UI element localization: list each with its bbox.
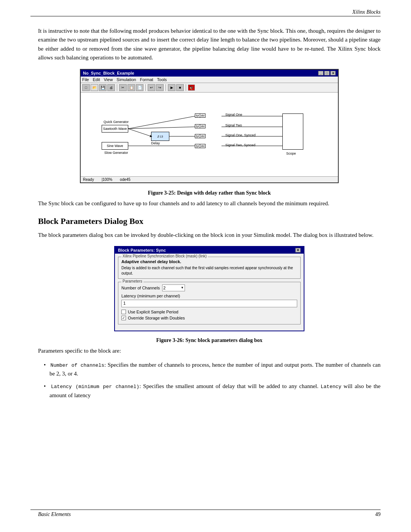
checkbox1-label: Use Explicit Sample Period [128,310,178,314]
status-solver: ode45 [120,177,131,182]
toolbar-print[interactable]: 🖨 [107,84,115,91]
num-channels-row: Number of Channels 2 ▼ [121,284,297,291]
diagram-area: Quick Generator Sawtooth Wave Sine Wave … [81,93,338,176]
checkbox1-row: Use Explicit Sample Period [121,310,297,314]
block-sawtooth: Sawtooth Wave [102,125,128,133]
toolbar-sep2 [145,84,146,91]
toolbar-copy[interactable]: 📋 [127,84,135,91]
bullet-list: Number of channels: Specifies the number… [49,361,381,400]
menu-simulation[interactable]: Simulation [116,77,136,82]
header-rule [30,16,381,16]
svg-line-0 [128,129,151,136]
label-scope: Scope [286,152,296,155]
label-delay: Delay [151,141,160,145]
dialog-group2-label: Parameters [121,279,143,283]
fpt-block-1: fptdbl [195,113,206,118]
dialog-window: Block Parameters: Sync ✕ Xilinx Pipeline… [114,246,304,331]
bullet2-text: : Specifies the smallest amount of delay… [139,383,320,389]
status-zoom: |100% [102,177,112,182]
svg-line-1 [128,116,195,129]
menu-edit[interactable]: Edit [93,77,100,82]
label-slow-generator: Slow Generator [104,151,128,155]
fpt-block-2: fptdbl [195,123,206,128]
block-sinewave: Sine Wave [102,142,128,150]
toolbar-stop[interactable]: ■ [176,84,184,91]
dialog-group1-desc: Delay is added to each channel such that… [121,265,297,276]
toolbar-open[interactable]: 📂 [91,84,98,91]
checkbox2[interactable]: ✓ [121,316,126,320]
dialog-body: Xilinx Pipeline Synchronization Block (m… [115,254,304,331]
content: It is instructive to note that the follo… [38,27,381,400]
figure26-caption: Figure 3-26: Sync block parameters dialo… [80,337,339,343]
num-channels-select[interactable]: 2 ▼ [162,284,185,291]
bullet-item-2: Latency (minimum per channel): Specifies… [49,382,381,400]
toolbar-sep3 [166,84,166,91]
footer-left: Basic Elements [38,511,71,518]
sim-title: No_Sync_Block_Example [83,71,134,75]
toolbar-new[interactable]: □ [82,84,90,91]
label-signal-two-synced: Signal Two, Synced [225,143,255,147]
bullet2-code: Latency (minimum per channel) [51,384,139,390]
menu-tools[interactable]: Tools [157,77,167,82]
dialog-group1-title: Adaptive channel delay block. [121,259,297,264]
toolbar-save[interactable]: 💾 [99,84,107,91]
sim-menubar: File Edit View Simulation Format Tools [81,77,338,83]
toolbar-paste[interactable]: 📄 [136,84,143,91]
menu-format[interactable]: Format [140,77,153,82]
num-channels-arrow: ▼ [181,286,184,289]
intro-paragraph: It is instructive to note that the follo… [38,27,381,62]
toolbar-extra[interactable]: 🦅 [188,85,195,91]
svg-line-2 [128,127,195,129]
toolbar-sep4 [186,84,186,91]
toolbar-sep1 [117,84,117,91]
sim-toolbar: □ 📂 💾 🖨 ✂ 📋 📄 ↩ ↪ ▶ ■ 🦅 [81,83,338,93]
bullet2-code2: Latency [321,384,342,390]
block-scope [282,113,303,150]
dialog-titlebar: Block Parameters: Sync ✕ [115,247,304,254]
checkbox1[interactable] [121,310,126,314]
sim-canvas: Quick Generator Sawtooth Wave Sine Wave … [81,93,338,176]
menu-file[interactable]: File [82,77,89,82]
bullet-item-1: Number of channels: Specifies the number… [49,361,381,379]
figure25-body: The Sync block can be configured to have… [38,199,381,208]
label-signal-one: Signal One [225,113,242,117]
fpt-block-3: fptdbl [195,133,206,138]
num-channels-value: 2 [163,286,166,290]
sim-titlebar: No_Sync_Block_Example _ □ ✕ [81,70,338,77]
num-channels-label: Number of Channels [121,286,160,290]
bullet1-code: Number of channels [51,363,105,368]
label-quick-generator: Quick Generator [104,120,129,124]
figure26-label: Figure 3-26: Sync block parameters dialo… [156,337,263,343]
toolbar-undo[interactable]: ↩ [148,84,155,91]
sim-maximize-btn[interactable]: □ [324,71,330,75]
footer-rule [30,510,381,510]
section-heading: Block Parameters Dialog Box [38,216,381,226]
fpt-block-4: fptdbl [195,143,206,148]
block-delay: z-13 [151,132,169,141]
sim-statusbar: Ready |100% ode45 [81,176,338,182]
page-container: Xilinx Blocks It is instructive to note … [0,0,411,532]
toolbar-redo[interactable]: ↪ [156,84,164,91]
latency-label: Latency (minimum per channel) [121,294,297,298]
sim-titlebar-controls: _ □ ✕ [318,71,336,75]
toolbar-cut[interactable]: ✂ [119,84,127,91]
figure25-caption: Figure 3-25: Design with delay rather th… [80,190,339,196]
dialog-group2: Parameters Number of Channels 2 ▼ Latenc… [118,282,301,324]
toolbar-run[interactable]: ▶ [168,84,175,91]
sim-close-btn[interactable]: ✕ [330,71,336,75]
latency-input[interactable]: 1 [121,300,297,307]
checkbox2-row: ✓ Override Storage with Doubles [121,316,297,320]
menu-view[interactable]: View [104,77,113,82]
label-signal-one-synced: Signal One, Synced [225,133,256,137]
sim-minimize-btn[interactable]: _ [318,71,323,75]
header-title: Xilinx Blocks [352,9,381,15]
section-body: The block parameters dialog box can be i… [38,231,381,240]
checkbox2-label: Override Storage with Doubles [128,316,185,320]
figure25-label: Figure 3-25: Design with delay rather th… [148,190,271,196]
dialog-close-btn[interactable]: ✕ [295,248,301,252]
label-signal-two: Signal Two [225,123,242,127]
dialog-title: Block Parameters: Sync [118,248,166,252]
footer-right: 49 [375,511,381,518]
status-ready: Ready [83,177,94,182]
simulink-window: No_Sync_Block_Example _ □ ✕ File Edit Vi… [80,69,339,183]
